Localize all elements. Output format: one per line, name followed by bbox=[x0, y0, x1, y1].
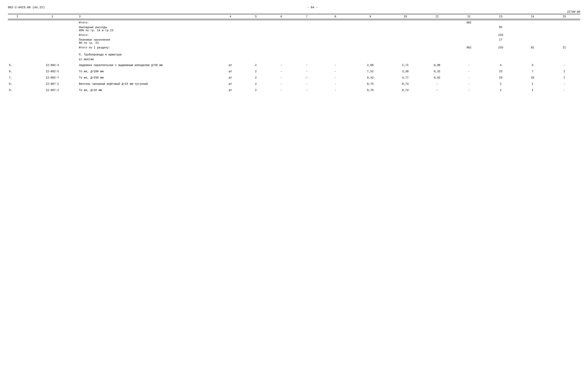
stamp: 2I748·06 bbox=[8, 10, 580, 14]
row-c9-8: 0,75 bbox=[351, 82, 389, 86]
col-header-2: 2 bbox=[27, 14, 78, 19]
row-qty-6: 2 bbox=[243, 69, 268, 74]
cell-empty bbox=[390, 25, 421, 33]
cell-empty bbox=[218, 33, 243, 38]
row-num-9: 9. bbox=[8, 88, 27, 92]
cell-empty bbox=[243, 33, 268, 38]
row-c6-5: - bbox=[268, 63, 294, 68]
cell-empty bbox=[294, 33, 320, 38]
row-c12-6: - bbox=[453, 69, 485, 74]
cell-empty bbox=[548, 38, 580, 45]
row-c7-8: - bbox=[294, 82, 320, 86]
row-c7-6: - bbox=[294, 69, 320, 74]
row-desc-5: Задвижка параллельная с выдвижным шпинде… bbox=[78, 63, 218, 68]
col-header-9: 9 bbox=[351, 14, 389, 19]
cell-233: 233 bbox=[485, 45, 516, 50]
row-c14-9: I bbox=[516, 88, 548, 92]
cell-empty bbox=[421, 38, 453, 45]
row-c10-7: 4,77 bbox=[390, 75, 421, 80]
row-c9-9: 0,76 bbox=[351, 88, 389, 92]
row-c15-7: I bbox=[548, 75, 580, 80]
row-c7-7: — bbox=[294, 75, 320, 80]
spacer-row-5 bbox=[8, 80, 580, 82]
row-desc-9: То же, Д=32 мм bbox=[78, 88, 218, 92]
cell-empty bbox=[548, 25, 580, 33]
col-header-12: I2 bbox=[453, 14, 485, 19]
cell-empty bbox=[243, 25, 268, 33]
cell-empty bbox=[421, 20, 453, 25]
page-number: - 64 - bbox=[307, 6, 318, 9]
cell-empty bbox=[27, 25, 78, 33]
cell-empty bbox=[218, 38, 243, 45]
subsection-montazh-row: а) монтаж bbox=[8, 57, 580, 62]
cell-8I: 8I bbox=[516, 45, 548, 50]
row-unit-8: шт bbox=[218, 82, 243, 86]
row-c10-6: 3,38 bbox=[390, 69, 421, 74]
cell-empty bbox=[27, 57, 78, 62]
cell-65: 65 bbox=[485, 25, 516, 33]
row-c13-8: 2 bbox=[485, 82, 516, 86]
cell-empty bbox=[268, 38, 294, 45]
col-header-8: 8 bbox=[320, 14, 351, 19]
summary-row-itogo-razdel: Итого по I разделу: 982 233 8I II bbox=[8, 45, 580, 50]
cell-empty bbox=[320, 38, 351, 45]
row-c15-5: - bbox=[548, 63, 580, 68]
cell-empty bbox=[218, 20, 243, 25]
row-num-8: 8. bbox=[8, 82, 27, 86]
row-c15-9: - bbox=[548, 88, 580, 92]
cell-empty bbox=[390, 38, 421, 45]
row-c11-9: - bbox=[421, 88, 453, 92]
col-header-3: 3 bbox=[78, 14, 218, 19]
row-c11-6: 0,32 bbox=[421, 69, 453, 74]
cell-empty bbox=[8, 20, 27, 25]
row-num-6: 6. bbox=[8, 69, 27, 74]
row-code-6: I2-802·5 bbox=[27, 69, 78, 74]
cell-empty bbox=[548, 33, 580, 38]
row-c14-6: 7 bbox=[516, 69, 548, 74]
row-unit-7: шт bbox=[218, 75, 243, 80]
data-row-5: 5. I2-802-3 Задвижка параллельная с выдв… bbox=[8, 63, 580, 68]
cell-empty bbox=[320, 33, 351, 38]
cell-empty bbox=[294, 45, 320, 50]
data-row-7: 7. I2-802-7 То же, Д=I50 мм шт 2 - — - 9… bbox=[8, 75, 580, 80]
row-desc-8: Вентиль запорный муфтовый Д=I5 мм чугунн… bbox=[78, 82, 218, 86]
section-header-row: П. Трубопроводы и арматура bbox=[8, 52, 580, 57]
cell-empty bbox=[243, 20, 268, 25]
cell-itogo-razdel: Итого по I разделу: bbox=[78, 45, 218, 50]
cell-II: II bbox=[548, 45, 580, 50]
row-c8-6: - bbox=[320, 69, 351, 74]
row-c8-5: - bbox=[320, 63, 351, 68]
row-c11-7: 0,62 bbox=[421, 75, 453, 80]
cell-empty bbox=[27, 52, 78, 57]
cell-itogo2: Итого: bbox=[78, 33, 218, 38]
row-c8-9: - bbox=[320, 88, 351, 92]
col-header-11: II bbox=[421, 14, 453, 19]
cell-empty bbox=[218, 45, 243, 50]
spacer-row-4 bbox=[8, 74, 580, 75]
cell-empty bbox=[421, 25, 453, 33]
row-qty-9: 2 bbox=[243, 88, 268, 92]
page-header: 902-2-04I5.86 (Ал.IУ) - 64 - bbox=[8, 6, 580, 9]
row-c12-8: - bbox=[453, 82, 485, 86]
row-c12-5: - bbox=[453, 63, 485, 68]
row-c10-5: I,7I bbox=[390, 63, 421, 68]
cell-itogo1: Итого: bbox=[78, 20, 218, 25]
row-code-7: I2-802-7 bbox=[27, 75, 78, 80]
spacer-row-1 bbox=[8, 50, 580, 52]
col-header-13: I3 bbox=[485, 14, 516, 19]
cell-empty bbox=[351, 38, 389, 45]
row-qty-7: 2 bbox=[243, 75, 268, 80]
cell-empty bbox=[8, 52, 27, 57]
cell-empty bbox=[485, 20, 516, 25]
row-c8-8: - bbox=[320, 82, 351, 86]
cell-empty bbox=[421, 45, 453, 50]
table-header-row: I 2 3 4 5 6 7 8 9 IO II I2 I3 I4 I5 bbox=[8, 14, 580, 19]
row-c9-7: 9,42 bbox=[351, 75, 389, 80]
cell-empty bbox=[218, 52, 580, 57]
cell-section-ii: П. Трубопроводы и арматура bbox=[78, 52, 218, 57]
cell-empty bbox=[351, 33, 389, 38]
col-header-4: 4 bbox=[218, 14, 243, 19]
row-c6-6: - bbox=[268, 69, 294, 74]
cell-empty bbox=[351, 25, 389, 33]
cell-empty bbox=[516, 25, 548, 33]
